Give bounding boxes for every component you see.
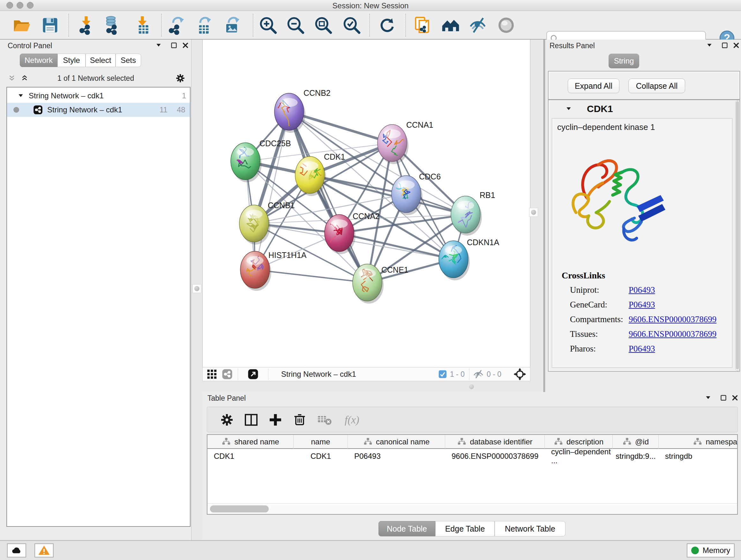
cell--id[interactable]: stringdb:9... (613, 449, 659, 463)
results-panel-maximize-icon[interactable] (720, 41, 730, 50)
zoom-fit-icon[interactable] (314, 16, 333, 35)
export-network-icon[interactable] (166, 16, 185, 35)
network-view-toolbar: String Network – cdk1 1 - 0 0 - 0 (202, 367, 530, 381)
left-splitter-grip[interactable] (192, 284, 201, 293)
memory-button[interactable]: Memory (687, 543, 735, 557)
edge-CCNA2-CDKN1A[interactable] (339, 233, 454, 259)
crosslink-link[interactable]: P06493 (629, 344, 655, 354)
network-edge-count: 48 (177, 105, 185, 114)
toolbar-separator (253, 14, 253, 37)
tab-edge-table[interactable]: Edge Table (435, 521, 495, 537)
results-scrollbar[interactable] (735, 100, 740, 371)
node-CDC6[interactable] (392, 176, 422, 215)
right-splitter-grip[interactable] (529, 208, 538, 217)
crosslink-link[interactable]: P06493 (629, 300, 655, 310)
detach-view-icon[interactable] (247, 368, 259, 380)
hide-graphics-icon[interactable] (468, 16, 487, 35)
tab-string[interactable]: String (609, 54, 639, 68)
zoom-in-icon[interactable] (259, 16, 278, 35)
tab-style[interactable]: Style (57, 54, 85, 67)
node-RB1[interactable] (451, 192, 482, 236)
network-options-gear-icon[interactable] (175, 73, 186, 84)
network-share-icon[interactable] (221, 368, 233, 380)
delete-column-icon[interactable] (292, 412, 307, 428)
cloud-status-button[interactable] (7, 543, 26, 557)
toolbar-separator (68, 14, 69, 37)
table-hscrollbar[interactable] (207, 503, 737, 514)
tab-node-table[interactable]: Node Table (379, 521, 435, 537)
column-header-namespace[interactable]: namespace (659, 435, 738, 449)
selected-checkbox-icon[interactable] (438, 369, 448, 379)
control-panel-float-icon[interactable] (154, 41, 163, 50)
create-column-icon[interactable] (268, 412, 283, 428)
export-table-icon[interactable] (193, 16, 212, 35)
node-CDC25B[interactable] (231, 134, 262, 182)
column-header-shared-name[interactable]: shared name (207, 435, 293, 449)
expand-all-button[interactable]: Expand All (568, 78, 619, 93)
table-panel-close-icon[interactable] (730, 393, 740, 402)
import-network-icon[interactable] (77, 16, 96, 35)
node-HIST1H1A[interactable] (240, 251, 271, 291)
table-panel-float-icon[interactable] (703, 393, 713, 402)
show-columns-icon[interactable] (244, 412, 259, 428)
export-image-icon[interactable] (221, 16, 241, 35)
save-session-icon[interactable] (41, 16, 60, 35)
column-header-canonical-name[interactable]: canonical name (348, 435, 445, 449)
expand-all-networks-icon[interactable] (20, 73, 29, 83)
crosslink-link[interactable]: 9606.ENSP00000378699 (629, 329, 717, 339)
warnings-button[interactable] (35, 543, 54, 557)
zoom-out-icon[interactable] (286, 16, 305, 35)
control-panel-maximize-icon[interactable] (169, 41, 179, 50)
node-CDKN1A[interactable] (436, 241, 470, 280)
tab-sets[interactable]: Sets (116, 54, 141, 67)
node-label-CDC25B: CDC25B (259, 139, 291, 148)
network-canvas[interactable]: CCNB2CCNA1CDC25BCDK1CDC6RB1CCNB1CCNA2CDK… (202, 40, 530, 367)
control-panel-close-icon[interactable] (181, 41, 190, 50)
protein-collapse-icon[interactable] (564, 104, 574, 114)
results-panel-close-icon[interactable] (731, 41, 741, 50)
tab-network-table[interactable]: Network Table (495, 521, 565, 537)
column-header--id[interactable]: @id (613, 435, 659, 449)
node-CCNA2[interactable] (324, 214, 355, 254)
crosslink-row: Compartments:9606.ENSP00000378699 (552, 314, 731, 329)
cell-description[interactable]: cyclin–dependent ... (545, 449, 613, 463)
open-session-icon[interactable] (12, 16, 31, 35)
edge-HIST1H1A-CCNE1[interactable] (255, 270, 367, 283)
zoom-selected-icon[interactable] (342, 16, 361, 35)
cell-shared-name[interactable]: CDK1 (207, 449, 293, 463)
column-header-description[interactable]: description (545, 435, 613, 449)
tab-network[interactable]: Network (20, 54, 57, 67)
birds-eye-view-icon[interactable] (513, 367, 527, 381)
collapse-all-networks-icon[interactable] (7, 73, 17, 83)
crosslink-link[interactable]: P06493 (629, 285, 655, 295)
show-graphics-icon[interactable] (496, 16, 516, 35)
home-icon[interactable] (441, 16, 460, 35)
collection-collapse-icon[interactable] (16, 91, 25, 101)
crosslink-link[interactable]: 9606.ENSP00000378699 (629, 314, 717, 324)
cell-database-identifier[interactable]: 9606.ENSP00000378699 (445, 449, 545, 463)
import-table-icon[interactable] (133, 16, 152, 35)
graphics-details-icon[interactable] (413, 16, 432, 35)
title-bar: Session: New Session (0, 0, 741, 11)
window-title: Session: New Session (0, 1, 741, 10)
network-collection-row[interactable]: String Network – cdk1 1 (7, 89, 190, 103)
cell-canonical-name[interactable]: P06493 (348, 449, 445, 463)
table-options-gear-icon[interactable] (219, 412, 234, 428)
column-header-name[interactable]: name (293, 435, 348, 449)
table-panel-maximize-icon[interactable] (719, 393, 728, 402)
import-database-icon[interactable] (104, 16, 123, 35)
memory-label: Memory (703, 546, 731, 555)
cell-namespace[interactable]: stringdb (659, 449, 738, 463)
network-thumbnails-icon[interactable] (206, 368, 218, 380)
node-CCNE1[interactable] (353, 264, 384, 304)
column-header-database-identifier[interactable]: database identifier (445, 435, 545, 449)
cell-name[interactable]: CDK1 (293, 449, 348, 463)
table-row[interactable]: CDK1CDK1P064939606.ENSP00000378699cyclin… (207, 449, 738, 463)
collapse-all-button[interactable]: Collapse All (628, 78, 685, 93)
bottom-splitter-grip[interactable] (469, 384, 474, 389)
network-row[interactable]: String Network – cdk1 11 48 (7, 103, 190, 117)
refresh-view-icon[interactable] (378, 16, 397, 35)
results-panel-float-icon[interactable] (704, 41, 714, 50)
node-CCNB1[interactable] (239, 205, 270, 245)
tab-select[interactable]: Select (85, 54, 116, 67)
